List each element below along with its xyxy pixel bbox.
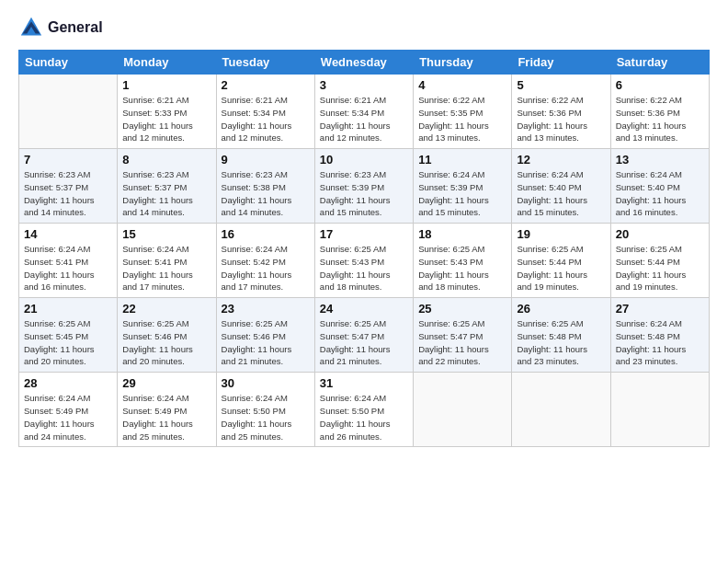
day-number: 15 (122, 227, 210, 241)
weekday-header-wednesday: Wednesday (314, 51, 413, 75)
weekday-header-friday: Friday (512, 51, 610, 75)
day-number: 20 (616, 227, 704, 241)
weekday-header-tuesday: Tuesday (216, 51, 314, 75)
day-info: Sunrise: 6:24 AM Sunset: 5:49 PM Dayligh… (122, 392, 210, 442)
day-number: 23 (222, 302, 310, 316)
calendar-cell: 27Sunrise: 6:24 AM Sunset: 5:48 PM Dayli… (610, 298, 709, 373)
day-number: 22 (122, 302, 210, 316)
logo-icon (18, 15, 44, 40)
day-number: 8 (122, 153, 210, 167)
day-info: Sunrise: 6:24 AM Sunset: 5:50 PM Dayligh… (320, 392, 408, 442)
calendar-cell: 9Sunrise: 6:23 AM Sunset: 5:38 PM Daylig… (216, 149, 314, 224)
day-number: 4 (418, 78, 506, 92)
logo: General (18, 15, 103, 40)
day-info: Sunrise: 6:23 AM Sunset: 5:37 PM Dayligh… (24, 168, 112, 219)
day-number: 10 (320, 153, 408, 167)
day-number: 5 (517, 78, 605, 92)
day-info: Sunrise: 6:22 AM Sunset: 5:35 PM Dayligh… (418, 94, 506, 144)
calendar-cell: 3Sunrise: 6:21 AM Sunset: 5:34 PM Daylig… (314, 75, 413, 149)
day-number: 6 (616, 78, 704, 92)
day-number: 13 (616, 153, 704, 167)
day-number: 27 (616, 302, 704, 316)
day-number: 29 (122, 376, 210, 390)
day-info: Sunrise: 6:24 AM Sunset: 5:50 PM Dayligh… (222, 392, 310, 442)
day-info: Sunrise: 6:24 AM Sunset: 5:49 PM Dayligh… (24, 392, 112, 442)
day-info: Sunrise: 6:24 AM Sunset: 5:40 PM Dayligh… (616, 168, 704, 219)
weekday-header-thursday: Thursday (414, 51, 512, 75)
calendar-cell: 11Sunrise: 6:24 AM Sunset: 5:39 PM Dayli… (414, 149, 512, 224)
calendar-cell: 24Sunrise: 6:25 AM Sunset: 5:47 PM Dayli… (314, 298, 413, 373)
week-row-3: 14Sunrise: 6:24 AM Sunset: 5:41 PM Dayli… (19, 224, 710, 298)
day-info: Sunrise: 6:25 AM Sunset: 5:47 PM Dayligh… (320, 317, 408, 368)
day-info: Sunrise: 6:25 AM Sunset: 5:43 PM Dayligh… (320, 243, 408, 293)
day-info: Sunrise: 6:23 AM Sunset: 5:38 PM Dayligh… (222, 168, 310, 219)
day-info: Sunrise: 6:24 AM Sunset: 5:40 PM Dayligh… (517, 168, 605, 219)
calendar-cell: 13Sunrise: 6:24 AM Sunset: 5:40 PM Dayli… (610, 149, 709, 224)
calendar-cell: 1Sunrise: 6:21 AM Sunset: 5:33 PM Daylig… (118, 75, 216, 149)
day-info: Sunrise: 6:24 AM Sunset: 5:41 PM Dayligh… (24, 243, 112, 293)
day-info: Sunrise: 6:25 AM Sunset: 5:45 PM Dayligh… (24, 317, 112, 368)
day-info: Sunrise: 6:25 AM Sunset: 5:47 PM Dayligh… (418, 317, 506, 368)
day-number: 18 (418, 227, 506, 241)
day-info: Sunrise: 6:21 AM Sunset: 5:33 PM Dayligh… (122, 94, 210, 144)
calendar-cell: 26Sunrise: 6:25 AM Sunset: 5:48 PM Dayli… (512, 298, 610, 373)
calendar-cell (19, 75, 118, 149)
calendar-cell: 31Sunrise: 6:24 AM Sunset: 5:50 PM Dayli… (314, 373, 413, 447)
week-row-2: 7Sunrise: 6:23 AM Sunset: 5:37 PM Daylig… (19, 149, 710, 224)
day-number: 21 (24, 302, 112, 316)
day-number: 11 (418, 153, 506, 167)
calendar-cell: 4Sunrise: 6:22 AM Sunset: 5:35 PM Daylig… (414, 75, 512, 149)
day-info: Sunrise: 6:25 AM Sunset: 5:44 PM Dayligh… (616, 243, 704, 293)
day-info: Sunrise: 6:24 AM Sunset: 5:42 PM Dayligh… (222, 243, 310, 293)
week-row-4: 21Sunrise: 6:25 AM Sunset: 5:45 PM Dayli… (19, 298, 710, 373)
day-info: Sunrise: 6:25 AM Sunset: 5:48 PM Dayligh… (517, 317, 605, 368)
day-info: Sunrise: 6:22 AM Sunset: 5:36 PM Dayligh… (517, 94, 605, 144)
logo-text: General (48, 19, 103, 36)
calendar-cell: 6Sunrise: 6:22 AM Sunset: 5:36 PM Daylig… (610, 75, 709, 149)
day-number: 1 (122, 78, 210, 92)
calendar-cell: 15Sunrise: 6:24 AM Sunset: 5:41 PM Dayli… (118, 224, 216, 298)
calendar-cell: 14Sunrise: 6:24 AM Sunset: 5:41 PM Dayli… (19, 224, 118, 298)
day-number: 3 (320, 78, 408, 92)
day-number: 24 (320, 302, 408, 316)
weekday-header-monday: Monday (118, 51, 216, 75)
calendar-cell: 17Sunrise: 6:25 AM Sunset: 5:43 PM Dayli… (314, 224, 413, 298)
calendar-cell: 16Sunrise: 6:24 AM Sunset: 5:42 PM Dayli… (216, 224, 314, 298)
weekday-header-saturday: Saturday (610, 51, 709, 75)
day-number: 7 (24, 153, 112, 167)
calendar-cell: 2Sunrise: 6:21 AM Sunset: 5:34 PM Daylig… (216, 75, 314, 149)
day-number: 14 (24, 227, 112, 241)
calendar-cell: 22Sunrise: 6:25 AM Sunset: 5:46 PM Dayli… (118, 298, 216, 373)
day-info: Sunrise: 6:25 AM Sunset: 5:46 PM Dayligh… (122, 317, 210, 368)
day-info: Sunrise: 6:22 AM Sunset: 5:36 PM Dayligh… (616, 94, 704, 144)
day-number: 16 (222, 227, 310, 241)
day-info: Sunrise: 6:23 AM Sunset: 5:37 PM Dayligh… (122, 168, 210, 219)
calendar-cell: 28Sunrise: 6:24 AM Sunset: 5:49 PM Dayli… (19, 373, 118, 447)
day-number: 30 (222, 376, 310, 390)
day-number: 2 (222, 78, 310, 92)
calendar-cell: 7Sunrise: 6:23 AM Sunset: 5:37 PM Daylig… (19, 149, 118, 224)
calendar-cell: 12Sunrise: 6:24 AM Sunset: 5:40 PM Dayli… (512, 149, 610, 224)
calendar-cell: 25Sunrise: 6:25 AM Sunset: 5:47 PM Dayli… (414, 298, 512, 373)
weekday-header-sunday: Sunday (19, 51, 118, 75)
day-number: 17 (320, 227, 408, 241)
week-row-1: 1Sunrise: 6:21 AM Sunset: 5:33 PM Daylig… (19, 75, 710, 149)
week-row-5: 28Sunrise: 6:24 AM Sunset: 5:49 PM Dayli… (19, 373, 710, 447)
day-info: Sunrise: 6:24 AM Sunset: 5:39 PM Dayligh… (418, 168, 506, 219)
day-info: Sunrise: 6:23 AM Sunset: 5:39 PM Dayligh… (320, 168, 408, 219)
page: General SundayMondayTuesdayWednesdayThur… (0, 0, 728, 563)
day-number: 9 (222, 153, 310, 167)
calendar-cell: 18Sunrise: 6:25 AM Sunset: 5:43 PM Dayli… (414, 224, 512, 298)
calendar-cell (610, 373, 709, 447)
day-info: Sunrise: 6:21 AM Sunset: 5:34 PM Dayligh… (222, 94, 310, 144)
day-info: Sunrise: 6:25 AM Sunset: 5:44 PM Dayligh… (517, 243, 605, 293)
calendar-cell (414, 373, 512, 447)
day-number: 26 (517, 302, 605, 316)
calendar-cell: 21Sunrise: 6:25 AM Sunset: 5:45 PM Dayli… (19, 298, 118, 373)
day-info: Sunrise: 6:24 AM Sunset: 5:48 PM Dayligh… (616, 317, 704, 368)
calendar-cell (512, 373, 610, 447)
calendar-cell: 8Sunrise: 6:23 AM Sunset: 5:37 PM Daylig… (118, 149, 216, 224)
header: General (18, 15, 710, 40)
day-number: 31 (320, 376, 408, 390)
day-number: 25 (418, 302, 506, 316)
